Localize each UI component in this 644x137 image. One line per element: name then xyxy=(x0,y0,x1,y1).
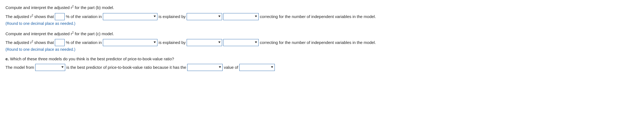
question-e-sentence: The model from is the best predictor of … xyxy=(5,64,639,71)
section-b-suffix: correcting for the number of independent… xyxy=(260,13,376,20)
section-c-explained-select[interactable] xyxy=(187,39,222,46)
section-b-prefix: The adjusted r2 shows that xyxy=(5,13,54,20)
section-b-explained-select[interactable] xyxy=(187,13,222,20)
section-c: Compute and interpret the adjusted r2 fo… xyxy=(5,31,639,52)
section-b: Compute and interpret the adjusted r2 fo… xyxy=(5,4,639,26)
section-b-note: (Round to one decimal place as needed.) xyxy=(5,21,639,26)
section-c-middle1: % of the variation in xyxy=(66,39,102,46)
section-b-middle2: is explained by xyxy=(159,13,186,20)
section-c-instruction: Compute and interpret the adjusted r2 fo… xyxy=(5,31,639,37)
section-c-prefix: The adjusted r2 shows that xyxy=(5,39,54,46)
question-e-middle: is the best predictor of price-to-book-v… xyxy=(66,64,186,71)
question-e-value-of: value of xyxy=(224,64,238,71)
section-c-sentence: The adjusted r2 shows that % of the vari… xyxy=(5,39,639,46)
question-e-header: e. Which of these three models do you th… xyxy=(5,56,639,61)
question-e-prefix: The model from xyxy=(5,64,34,71)
question-e-text: Which of these three models do you think… xyxy=(10,56,174,61)
section-c-correcting-select[interactable] xyxy=(223,39,259,46)
section-c-suffix: correcting for the number of independent… xyxy=(260,39,376,46)
section-c-percentage-input[interactable] xyxy=(55,39,65,46)
question-e-best-select[interactable] xyxy=(187,64,223,71)
section-b-correcting-select[interactable] xyxy=(223,13,259,20)
section-b-variation-select[interactable] xyxy=(103,13,157,20)
section-c-variation-select[interactable] xyxy=(103,39,157,46)
section-e: e. Which of these three models do you th… xyxy=(5,56,639,71)
section-b-percentage-input[interactable] xyxy=(55,13,65,20)
question-e-model-select[interactable] xyxy=(35,64,65,71)
section-b-middle1: % of the variation in xyxy=(66,13,102,20)
section-b-sentence: The adjusted r2 shows that % of the vari… xyxy=(5,13,639,20)
question-e-label: e. xyxy=(5,56,9,61)
question-e-value-select[interactable] xyxy=(239,64,275,71)
section-c-note: (Round to one decimal place as needed.) xyxy=(5,47,639,52)
section-c-middle2: is explained by xyxy=(159,39,186,46)
section-b-instruction: Compute and interpret the adjusted r2 fo… xyxy=(5,4,639,11)
